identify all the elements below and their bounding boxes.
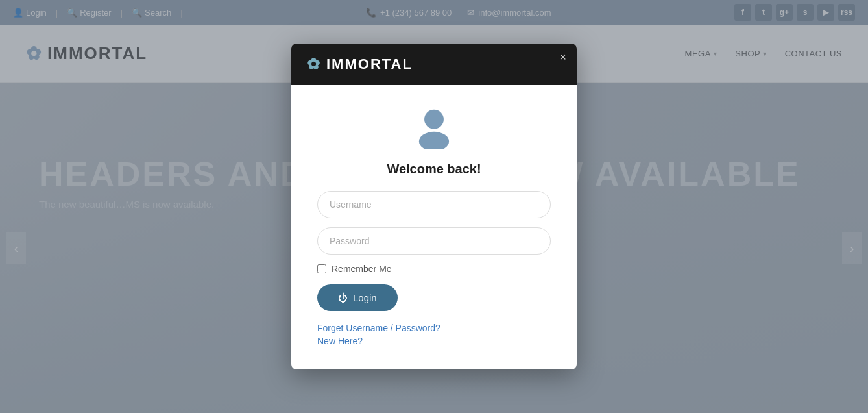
login-button[interactable]: ⏻ Login	[317, 284, 398, 311]
modal-close-button[interactable]: ×	[559, 51, 566, 63]
modal-title: Welcome back!	[387, 162, 481, 177]
forgot-link[interactable]: Forget Username / Password?	[317, 323, 551, 333]
modal-logo: ✿ IMMORTAL	[307, 55, 413, 73]
modal-logo-icon: ✿	[307, 55, 321, 73]
password-input[interactable]	[317, 227, 551, 255]
remember-me-checkbox[interactable]	[317, 264, 326, 273]
modal-header: ✿ IMMORTAL ×	[291, 44, 577, 85]
modal-links: Forget Username / Password? New Here?	[317, 323, 551, 346]
user-avatar-icon	[411, 105, 457, 150]
username-input[interactable]	[317, 191, 551, 218]
login-modal: ✿ IMMORTAL × Welcome back! Remember Me ⏻	[291, 44, 577, 369]
power-icon: ⏻	[338, 292, 348, 303]
remember-me-label: Remember Me	[332, 264, 392, 274]
modal-body: Welcome back! Remember Me ⏻ Login Forget…	[291, 85, 577, 369]
modal-overlay: ✿ IMMORTAL × Welcome back! Remember Me ⏻	[0, 0, 868, 413]
svg-point-0	[424, 110, 444, 129]
new-here-link[interactable]: New Here?	[317, 336, 551, 346]
svg-point-1	[419, 132, 449, 149]
remember-me-row: Remember Me	[317, 264, 551, 274]
